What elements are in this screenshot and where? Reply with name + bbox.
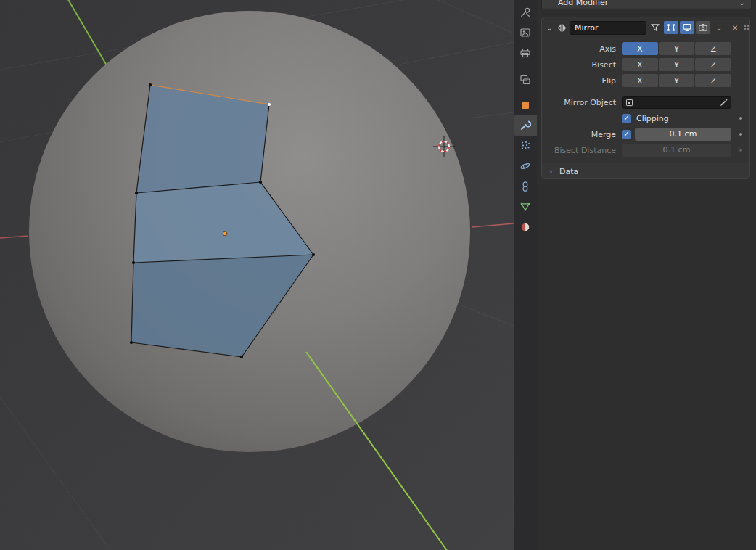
output-printer-icon (519, 47, 531, 59)
merge-row: Merge ✓ 0.1 cm (549, 126, 742, 142)
mirror-modifier-icon (556, 22, 568, 33)
tab-constraints[interactable] (514, 176, 537, 197)
monitor-icon (682, 22, 692, 33)
tab-material[interactable] (514, 217, 537, 237)
modifier-name-field[interactable] (570, 21, 646, 35)
axis-y-button[interactable]: Y (659, 42, 695, 55)
add-modifier-dropdown[interactable]: Add Modifier ⌄ (541, 0, 752, 9)
add-modifier-label: Add Modifier (558, 0, 608, 7)
render-display-toggle[interactable] (696, 21, 710, 34)
mirror-object-row: Mirror Object (549, 94, 742, 110)
tab-view-layer[interactable] (514, 70, 537, 90)
tab-object-data[interactable] (514, 197, 537, 217)
tool-icon (519, 7, 531, 18)
flip-label: Flip (549, 76, 622, 86)
close-modifier-button[interactable]: ✕ (728, 21, 742, 34)
object-properties-icon (519, 99, 531, 111)
merge-checkbox[interactable]: ✓ (622, 130, 631, 139)
flip-z-button[interactable]: Z (695, 74, 731, 87)
tab-render[interactable] (514, 22, 537, 43)
physics-icon (519, 160, 531, 172)
tab-object[interactable] (514, 95, 537, 115)
panel-drag-handle[interactable] (744, 25, 750, 30)
object-icon (625, 98, 634, 107)
axis-z-button[interactable]: Z (695, 42, 731, 55)
material-icon (519, 221, 531, 233)
properties-tab-strip (514, 0, 537, 550)
chevron-right-icon: › (549, 167, 559, 176)
object-data-icon (519, 201, 531, 213)
bisect-row: Bisect X Y Z (549, 57, 742, 73)
camera-icon (698, 22, 708, 33)
merge-threshold-field[interactable]: 0.1 cm (635, 128, 731, 141)
view-layer-icon (519, 74, 531, 86)
clipping-animate-dot[interactable] (739, 117, 742, 120)
mirror-object-field[interactable] (622, 96, 731, 109)
viewport-canvas[interactable] (0, 0, 514, 550)
clipping-label: Clipping (636, 114, 669, 123)
modifier-body: Axis X Y Z Bisect X (542, 36, 749, 158)
wrench-icon (519, 120, 531, 131)
panel-collapse-chevron[interactable]: ⌄ (545, 24, 554, 32)
flip-y-button[interactable]: Y (659, 74, 695, 87)
flip-x-button[interactable]: X (622, 74, 658, 87)
bisect-z-button[interactable]: Z (695, 58, 731, 71)
render-icon (519, 27, 531, 38)
mirror-modifier-panel: ⌄ (541, 17, 750, 179)
data-subpanel-header[interactable]: › Data (542, 163, 749, 179)
bisect-y-button[interactable]: Y (659, 58, 695, 71)
constraints-icon (519, 181, 531, 192)
data-label: Data (559, 167, 578, 176)
edit-mode-display-toggle[interactable] (664, 21, 678, 34)
bisect-x-button[interactable]: X (622, 58, 658, 71)
bisect-distance-field: 0.1 cm (622, 144, 731, 157)
funnel-icon (650, 22, 660, 33)
tab-modifiers[interactable] (514, 115, 537, 136)
axis-label: Axis (549, 44, 622, 54)
edit-mode-icon (666, 22, 676, 33)
blender-window: Add Modifier ⌄ ⌄ (0, 0, 756, 550)
axis-x-button[interactable]: X (622, 42, 658, 55)
tab-physics[interactable] (514, 156, 537, 176)
bisect-label: Bisect (549, 60, 622, 70)
tab-particles[interactable] (514, 136, 537, 156)
chevron-down-icon: ⌄ (739, 0, 745, 7)
modifier-header: ⌄ (542, 17, 749, 36)
particles-icon (519, 140, 531, 152)
merge-label: Merge (549, 130, 622, 139)
eyedropper-icon[interactable] (719, 98, 728, 107)
flip-row: Flip X Y Z (549, 73, 742, 89)
bisect-distance-animate-dot (739, 149, 742, 152)
merge-animate-dot[interactable] (739, 133, 742, 136)
realtime-display-toggle[interactable] (680, 21, 694, 34)
properties-editor: Add Modifier ⌄ ⌄ (537, 0, 756, 550)
clipping-checkbox[interactable]: ✓ (622, 114, 631, 123)
3d-viewport[interactable] (0, 0, 514, 550)
bisect-distance-label: Bisect Distance (549, 146, 622, 155)
tab-output[interactable] (514, 43, 537, 63)
modifier-extras-dropdown[interactable]: ⌄ (712, 21, 726, 34)
clipping-row: ✓ Clipping (549, 110, 742, 126)
vertex-group-filter-button[interactable] (648, 21, 662, 34)
tab-tool[interactable] (514, 2, 537, 22)
mirror-object-label: Mirror Object (549, 98, 622, 107)
bisect-distance-row: Bisect Distance 0.1 cm (549, 142, 742, 158)
axis-row: Axis X Y Z (549, 41, 742, 57)
